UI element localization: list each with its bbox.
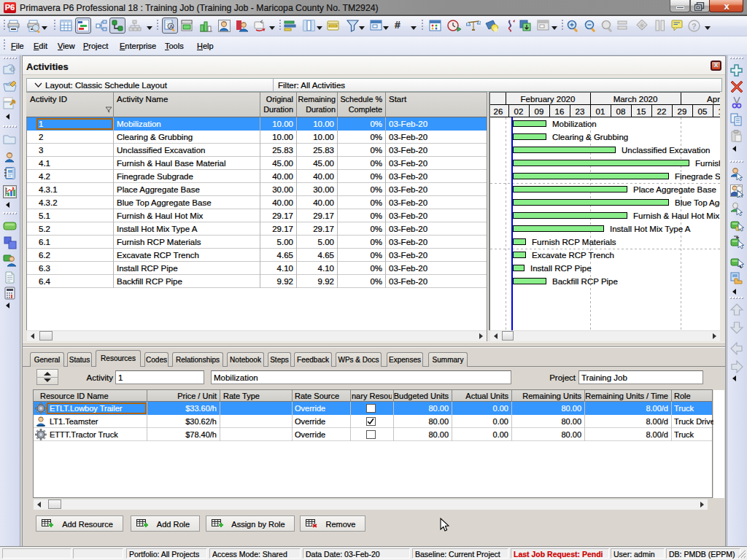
svg-text:?: ? [692, 22, 697, 31]
